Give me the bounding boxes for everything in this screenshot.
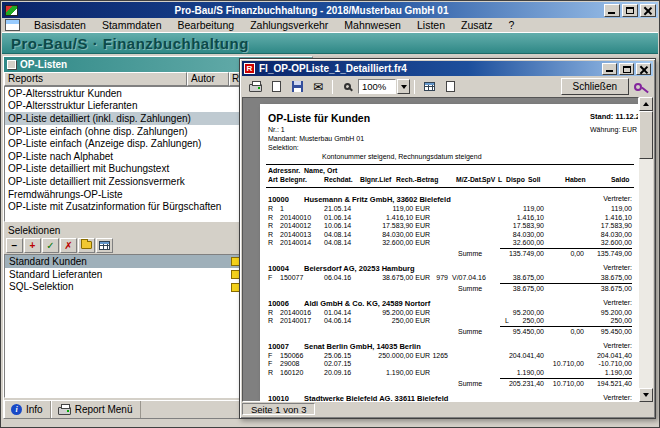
maximize-icon [626, 7, 634, 14]
report-name: OP-Altersstruktur Kunden [5, 88, 247, 99]
soll: 1.190,00 [449, 369, 544, 376]
whole-page-button[interactable] [440, 78, 460, 96]
report-line: Kontonummer steigend, Rechnungsdatum ste… [260, 153, 639, 162]
column-header: Rechdat. [324, 176, 353, 183]
preview-maximize-button[interactable] [619, 63, 634, 75]
report-nr: Nr.: 1 [268, 126, 285, 133]
preview-viewport[interactable]: OP-Liste für KundenStand: 11.12.2018Nr.:… [242, 97, 639, 402]
window-icon[interactable] [5, 19, 20, 31]
belegnr: 150077 [280, 274, 303, 281]
schliessen-button[interactable]: Schließen [561, 78, 629, 95]
report-group-header: 10000Husemann & Fritz GmbH, 33602 Bielef… [260, 195, 639, 205]
report-row: R16012020.09.161.190,00 EUR1.190,001.190… [260, 369, 639, 378]
export-button[interactable] [287, 78, 307, 96]
column-header: Haben [565, 176, 586, 183]
maximize-button[interactable] [622, 4, 638, 17]
saldo: 32.600,00 [537, 239, 632, 246]
art: R [268, 214, 273, 221]
open-selection-button[interactable] [78, 238, 95, 253]
report-title-line: OP-Liste für KundenStand: 11.12.2018 [260, 112, 639, 126]
page-setup-button[interactable] [266, 78, 286, 96]
soll: 119,00 [449, 205, 544, 212]
saldo: 95.200,00 [537, 309, 632, 316]
preview-close-button[interactable] [636, 63, 651, 75]
menu-item-stammdaten[interactable]: Stammdaten [94, 18, 170, 32]
preview-title: FI_OP-OPListe_1_Detailliert.fr4 [259, 63, 600, 74]
selektionen-toolbar: − + ✓ ✗ [6, 237, 113, 253]
scroll-up-button[interactable] [639, 97, 653, 111]
report-sum-row: Summe38.675,0038.675,00 [260, 283, 639, 294]
vertical-scrollbar[interactable] [639, 97, 653, 402]
column-header: Art [268, 176, 278, 183]
cancel-selection-button[interactable]: ✗ [60, 238, 77, 253]
menu-item-mahnwesen[interactable]: Mahnwesen [336, 18, 409, 32]
column-header: SpV [482, 176, 495, 183]
art: R [268, 239, 273, 246]
page-indicator: Seite 1 von 3 [242, 403, 315, 415]
report-group-header: 10006Aldi GmbH & Co. KG, 24589 NortorfVe… [260, 299, 639, 309]
menu-item-help[interactable]: ? [501, 18, 523, 32]
column-header: Belegnr. [280, 176, 307, 183]
customer-number: 10004 [268, 264, 289, 273]
find-button[interactable] [337, 78, 357, 96]
column-header: L [498, 176, 502, 183]
summe-saldo: 38.675,00 [537, 285, 632, 292]
menu-item-bearbeitung[interactable]: Bearbeitung [169, 18, 242, 32]
scroll-down-button[interactable] [639, 388, 653, 402]
scrollbar-thumb[interactable] [639, 111, 653, 159]
email-button[interactable]: ✉ [308, 78, 328, 96]
zoom-level[interactable]: 100% [358, 79, 396, 94]
report-row: R2014001210.06.1417.583,90 EUR17.583,901… [260, 222, 639, 231]
column-header-reports[interactable]: Reports [4, 72, 187, 86]
preview-minimize-button[interactable] [602, 63, 617, 75]
print-button[interactable] [245, 78, 265, 96]
belegnr: 1 [280, 205, 284, 212]
belegnr: 20140014 [280, 239, 311, 246]
menu-item-zusatz[interactable]: Zusatz [453, 18, 501, 32]
report-line: Selektion: [260, 144, 639, 153]
sql-table-button[interactable] [96, 238, 113, 253]
saldo: 17.583,90 [537, 222, 632, 229]
belegnr: 20140016 [280, 309, 311, 316]
folder-icon [81, 241, 92, 249]
soll: 1.416,10 [449, 214, 544, 221]
report-menu-label: Report Menü [75, 404, 133, 415]
vertreter-label: Vertreter: [537, 195, 632, 202]
report-text: Adressnr. [268, 167, 300, 174]
close-button[interactable] [640, 4, 656, 17]
report-menu-button[interactable]: Report Menü [51, 401, 141, 418]
report-preview-window: R FI_OP-OPListe_1_Detailliert.fr4 ✉ 100%… [239, 58, 656, 419]
menu-item-listen[interactable]: Listen [409, 18, 453, 32]
menu-item-basisdaten[interactable]: Basisdaten [26, 18, 94, 32]
horizontal-rule [266, 187, 634, 190]
report-row: R2014001304.08.1484.030,00 EUR84.030,008… [260, 231, 639, 240]
remove-selection-button[interactable]: − [6, 238, 23, 253]
column-header-autor[interactable]: Autor [187, 72, 229, 86]
add-selection-button[interactable]: + [24, 238, 41, 253]
confirm-selection-button[interactable]: ✓ [42, 238, 59, 253]
info-button[interactable]: i Info [4, 401, 51, 418]
summe-saldo: 194.521,40 [537, 380, 632, 387]
report-sum-row: Summe205.231,4010.710,00194.521,40 [260, 378, 639, 389]
minus-icon: − [12, 240, 18, 251]
summe-soll: 38.675,00 [449, 285, 544, 292]
app-icon [5, 5, 18, 16]
window-title: Pro-Bau/S Finanzbuchhaltung - 2018/Muste… [21, 5, 602, 16]
soll: 95.200,00 [449, 309, 544, 316]
art: R [268, 317, 273, 324]
report-name: OP-Altersstruktur Lieferanten [5, 100, 247, 111]
arrow-up-icon [643, 102, 649, 106]
summe-saldo: 135.749,00 [537, 250, 632, 257]
menu-item-zahlungsverkehr[interactable]: Zahlungsverkehr [242, 18, 336, 32]
report-name: OP-Liste detailliert (inkl. disp. Zahlun… [5, 113, 247, 124]
minimize-button[interactable] [604, 4, 620, 17]
zoom-dropdown-button[interactable] [397, 79, 410, 94]
soll: 32.600,00 [449, 239, 544, 246]
customer-name: Senat Berlin GmbH, 14035 Berlin [304, 342, 421, 351]
betrag: 1.416,10 EUR [335, 214, 430, 221]
column-header: Saldo [611, 176, 630, 183]
thumbnails-button[interactable] [419, 78, 439, 96]
key-button[interactable] [630, 78, 650, 96]
tage: 979 [353, 274, 448, 281]
summe-saldo: 95.450,00 [537, 328, 632, 335]
